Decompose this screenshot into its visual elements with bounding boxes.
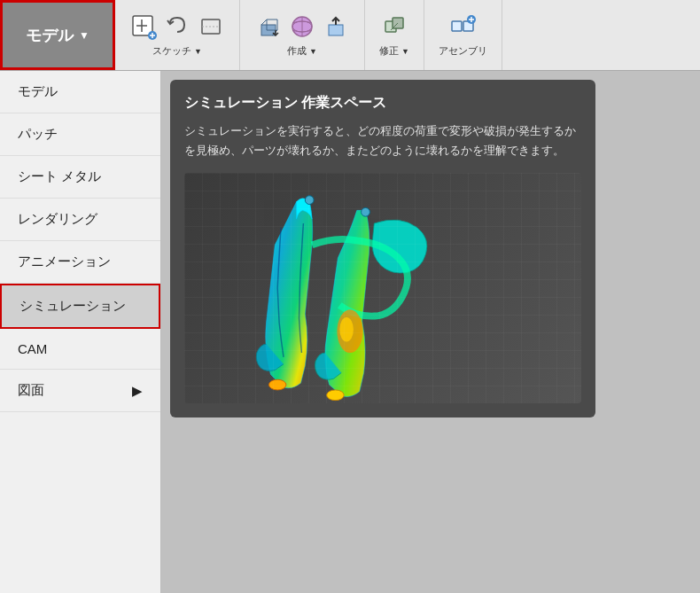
sidebar-item-sheet-metal[interactable]: シート メタル <box>0 156 160 199</box>
toolbar-group-create: 作成 ▼ <box>240 0 365 70</box>
toolbar-group-sketch: スケッチ ▼ <box>115 0 240 70</box>
main-canvas: シミュレーション 作業スペース シミュレーションを実行すると、どの程度の荷重で変… <box>161 71 700 593</box>
sidebar-item-animation[interactable]: アニメーション <box>0 241 160 284</box>
model-dropdown-button[interactable]: モデル ▼ <box>0 0 115 70</box>
assemble-icons <box>448 12 477 41</box>
undo-icon[interactable] <box>163 12 191 41</box>
svg-line-11 <box>261 20 267 25</box>
toolbar: モデル ▼ <box>0 0 700 71</box>
sidebar: モデル パッチ シート メタル レンダリング アニメーション シミュレーション … <box>0 71 161 593</box>
svg-rect-21 <box>452 21 462 31</box>
move-icon[interactable] <box>322 12 350 41</box>
drawing-arrow-icon: ▶ <box>132 383 143 399</box>
sidebar-item-patch[interactable]: パッチ <box>0 113 160 156</box>
sidebar-item-drawing[interactable]: 図面 ▶ <box>0 370 160 412</box>
modify-arrow-icon: ▼ <box>401 47 409 56</box>
mesh-icon[interactable] <box>288 12 316 41</box>
assemble-group-label[interactable]: アセンブリ <box>439 44 487 58</box>
create-icons <box>254 12 350 41</box>
rectangle-icon[interactable] <box>197 12 225 41</box>
toolbar-groups: スケッチ ▼ <box>115 0 700 70</box>
popup-title: シミュレーション 作業スペース <box>184 94 581 113</box>
chevron-down-icon: ▼ <box>79 29 89 42</box>
toolbar-group-assemble: アセンブリ <box>424 0 502 70</box>
joint-add-icon[interactable] <box>448 12 477 41</box>
create-arrow-icon: ▼ <box>309 47 317 56</box>
sketch-icons <box>129 12 225 41</box>
sidebar-item-model[interactable]: モデル <box>0 71 160 113</box>
svg-rect-16 <box>329 25 343 35</box>
extrude-icon[interactable] <box>254 12 283 41</box>
create-group-label[interactable]: 作成 ▼ <box>287 44 317 58</box>
sketch-arrow-icon: ▼ <box>194 47 202 56</box>
modify-icons <box>380 12 408 41</box>
sketch-group-label[interactable]: スケッチ ▼ <box>152 44 202 58</box>
popup-description: シミュレーションを実行すると、どの程度の荷重で変形や破損が発生するかを見極め、パ… <box>184 121 581 160</box>
modify-icon[interactable] <box>380 12 408 41</box>
modify-group-label[interactable]: 修正 ▼ <box>379 44 409 58</box>
model-button-label: モデル <box>26 25 74 46</box>
main-content: モデル パッチ シート メタル レンダリング アニメーション シミュレーション … <box>0 71 700 593</box>
sidebar-item-cam[interactable]: CAM <box>0 329 160 370</box>
simulation-popup: シミュレーション 作業スペース シミュレーションを実行すると、どの程度の荷重で変… <box>170 80 595 417</box>
sketch-add-icon[interactable] <box>129 12 158 41</box>
simulation-image <box>184 173 581 403</box>
sidebar-item-simulation[interactable]: シミュレーション <box>0 284 160 329</box>
sidebar-item-rendering[interactable]: レンダリング <box>0 199 160 241</box>
toolbar-group-modify: 修正 ▼ <box>365 0 424 70</box>
